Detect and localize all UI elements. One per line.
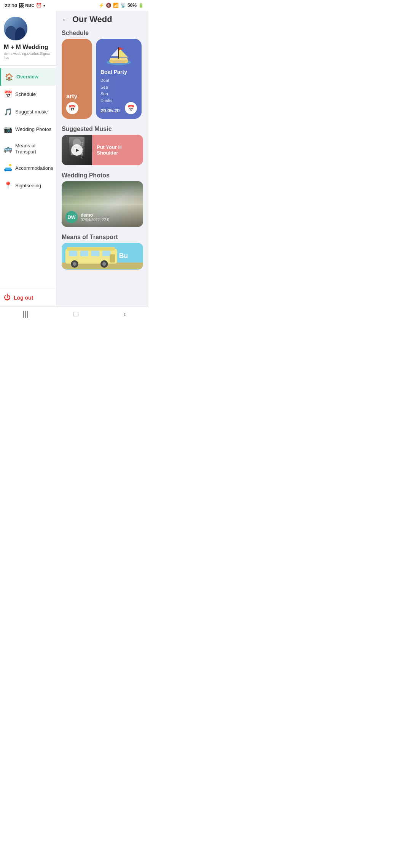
logout-icon: ⏻	[4, 294, 11, 302]
sidebar-item-label-sightseeing: Sightseeing	[15, 183, 41, 189]
main-layout: M + M Wedding demo.wedding.skiathos@gmai…	[0, 11, 148, 306]
status-bar: 22:10 🖼 NBC ⏰ • ⚡ 🔇 📶 📡 56% 🔋	[0, 0, 148, 11]
means-of-transport-section-title: Means of Transport	[56, 231, 148, 243]
sidebar-item-label-music: Suggest music	[15, 109, 48, 115]
photo-date: 02/04/2022, 22:0	[81, 218, 109, 222]
calendar-icon: 📅	[68, 105, 76, 112]
bluetooth-icon: ⚡	[99, 3, 104, 8]
battery-icon: 🔋	[138, 3, 144, 8]
calendar-icon-orange[interactable]: 📅	[66, 102, 78, 114]
wedding-photos-section-title: Wedding Photos	[56, 169, 148, 181]
schedule-icon: 📅	[4, 90, 12, 99]
photo-icon: 🖼	[19, 3, 24, 8]
clock-icon: ⏰	[36, 3, 42, 8]
svg-marker-5	[111, 49, 118, 56]
svg-rect-15	[110, 255, 115, 263]
sidebar-item-means-of-transport[interactable]: 🚌 Means of Transport	[0, 138, 56, 159]
sidebar: M + M Wedding demo.wedding.skiathos@gmai…	[0, 11, 56, 306]
sidebar-item-overview[interactable]: 🏠 Overview	[0, 68, 56, 86]
wedding-name: M + M Wedding	[4, 43, 48, 51]
status-time: 22:10	[5, 3, 17, 8]
svg-rect-3	[118, 47, 119, 59]
avatar	[4, 17, 27, 40]
wedding-email: demo.wedding.skiathos@gmail.co	[4, 52, 52, 59]
svg-text:Bu: Bu	[119, 252, 128, 260]
transport-card[interactable]: Bu	[62, 243, 143, 270]
sidebar-item-label-schedule: Schedule	[15, 91, 36, 97]
svg-rect-13	[91, 251, 99, 257]
schedule-section-title: Schedule	[56, 27, 148, 39]
boat-party-details: BoatSeaSunDrinks	[100, 77, 137, 104]
schedule-card-party[interactable]: arty 📅	[62, 39, 92, 119]
photo-avatar: DW	[65, 211, 78, 223]
sidebar-item-label-transport: Means of Transport	[15, 143, 52, 155]
sidebar-item-label-overview: Overview	[16, 74, 38, 80]
suggested-music-section-title: Suggested Music	[56, 123, 148, 135]
bottom-nav: ||| □ ‹	[0, 306, 148, 321]
sidebar-profile: M + M Wedding demo.wedding.skiathos@gmai…	[0, 11, 56, 63]
sidebar-item-sightseeing[interactable]: 📍 Sightseeing	[0, 177, 56, 194]
content-panel: ← Our Wedd Schedule arty 📅	[56, 11, 148, 306]
music-card[interactable]: Paul Anka Put Your HShoulder	[62, 135, 143, 165]
accommodations-icon: 🛋️	[4, 164, 12, 172]
home-icon: 🏠	[5, 73, 13, 81]
back-arrow[interactable]: ←	[62, 15, 69, 24]
svg-marker-6	[119, 47, 124, 50]
bus-illustration: Bu	[62, 243, 143, 270]
boat-illustration	[105, 44, 132, 65]
sidebar-item-suggest-music[interactable]: 🎵 Suggest music	[0, 103, 56, 121]
sidebar-item-accommodations[interactable]: 🛋️ Accommodations	[0, 159, 56, 177]
music-info: Put Your HShoulder	[92, 140, 126, 160]
schedule-cards: arty 📅	[56, 39, 148, 123]
nav-items: 🏠 Overview 📅 Schedule 🎵 Suggest music 📷 …	[0, 68, 56, 289]
sidebar-item-schedule[interactable]: 📅 Schedule	[0, 86, 56, 103]
photo-overlay: DW demo 02/04/2022, 22:0	[65, 211, 109, 223]
svg-rect-10	[67, 247, 115, 251]
music-title: Put Your HShoulder	[97, 144, 122, 156]
battery-level: 56%	[127, 3, 137, 8]
signal-icon: 📡	[120, 3, 126, 8]
logout-section[interactable]: ⏻ Log out	[0, 289, 56, 306]
wifi-icon: 📶	[113, 3, 119, 8]
news-icon: NBC	[25, 3, 34, 8]
content-header: ← Our Wedd	[56, 11, 148, 27]
sidebar-item-label-accommodations: Accommodations	[15, 165, 53, 171]
schedule-card-boat-party[interactable]: Boat Party BoatSeaSunDrinks 29.05.20 📅	[96, 39, 142, 119]
profile-divider	[0, 65, 56, 66]
status-bar-right: ⚡ 🔇 📶 📡 56% 🔋	[99, 3, 144, 8]
music-thumbnail: Paul Anka	[62, 135, 92, 165]
bottom-nav-back[interactable]: ‹	[116, 307, 134, 321]
music-icon: 🎵	[4, 108, 12, 116]
svg-rect-12	[80, 251, 88, 257]
party-label: arty	[66, 93, 77, 100]
sightseeing-icon: 📍	[4, 181, 12, 190]
photo-meta: demo 02/04/2022, 22:0	[81, 212, 109, 222]
content-title: Our Wedd	[72, 14, 112, 24]
bottom-nav-home[interactable]: □	[66, 307, 86, 321]
sidebar-item-wedding-photos[interactable]: 📷 Wedding Photos	[0, 121, 56, 138]
photo-username: demo	[81, 212, 109, 218]
sidebar-item-label-photos: Wedding Photos	[15, 126, 51, 132]
transport-icon: 🚌	[4, 145, 12, 153]
photos-icon: 📷	[4, 125, 12, 134]
svg-point-17	[73, 262, 76, 266]
boat-party-title: Boat Party	[100, 69, 137, 75]
logout-label: Log out	[14, 295, 33, 301]
svg-rect-14	[102, 251, 110, 257]
svg-point-19	[102, 262, 106, 266]
photo-avatar-initials: DW	[67, 214, 76, 220]
avatar-image	[4, 17, 27, 40]
status-bar-left: 22:10 🖼 NBC ⏰ •	[5, 3, 45, 8]
calendar-icon-2: 📅	[127, 105, 135, 112]
mute-icon: 🔇	[106, 3, 112, 8]
music-thumb-bg: Paul Anka	[62, 135, 92, 165]
dot-icon: •	[43, 3, 45, 8]
wedding-photo-card[interactable]: DW demo 02/04/2022, 22:0	[62, 181, 143, 227]
bottom-nav-recent-apps[interactable]: |||	[15, 307, 36, 321]
svg-rect-11	[69, 251, 77, 257]
